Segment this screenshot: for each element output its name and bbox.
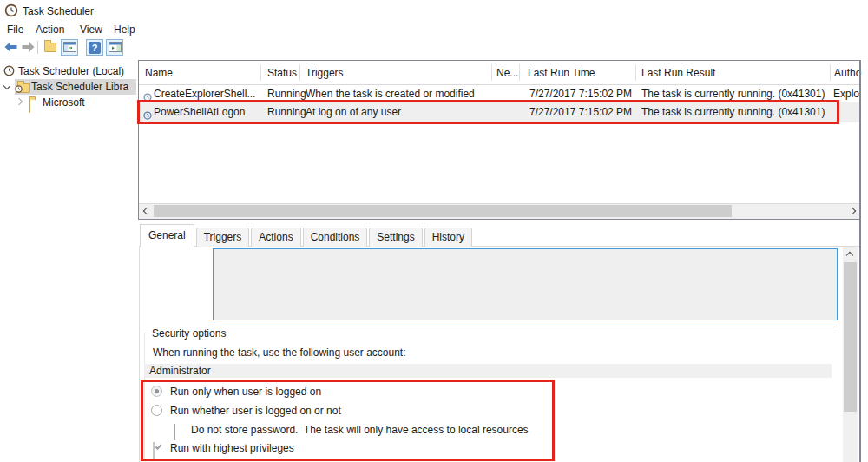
tree-item-label: Task Scheduler (Local) [18, 63, 124, 79]
forward-button[interactable] [19, 39, 36, 56]
tab-settings[interactable]: Settings [369, 228, 422, 247]
account-prompt-label: When running the task, use the following… [153, 346, 406, 360]
annotation-red-box-task-row [137, 100, 839, 124]
chevron-down-icon[interactable] [3, 82, 10, 89]
menu-view[interactable]: View [80, 23, 102, 36]
show-hide-action-pane-button[interactable] [106, 39, 123, 56]
app-clock-icon [4, 3, 18, 21]
folder-icon [29, 99, 30, 113]
action-pane-edge [865, 60, 865, 462]
tab-actions[interactable]: Actions [251, 228, 300, 247]
show-hide-console-tree-button[interactable] [61, 39, 78, 56]
annotation-red-box-security-options [141, 380, 555, 461]
tree-item-label: Microsoft [43, 95, 85, 110]
account-value: Administrator [149, 365, 211, 378]
column-divider [491, 64, 492, 81]
column-header-triggers[interactable]: Triggers [306, 63, 344, 82]
tab-general[interactable]: General [140, 224, 194, 248]
sidebar-item-task-scheduler-library[interactable]: Task Scheduler Libra [0, 79, 136, 95]
action-pane-window-icon [108, 40, 122, 56]
forward-arrow-icon [22, 40, 35, 56]
tree-item-label: Task Scheduler Libra [31, 79, 128, 95]
security-options-group-label: Security options [148, 327, 229, 340]
column-header-name[interactable]: Name [145, 63, 173, 82]
help-icon: ? [89, 42, 101, 54]
help-button[interactable]: ? [86, 39, 103, 56]
toolbar-separator [37, 41, 38, 54]
menu-action[interactable]: Action [36, 23, 64, 36]
back-button[interactable] [2, 39, 19, 56]
pane-right-border [859, 60, 861, 462]
column-divider [635, 64, 636, 81]
tab-conditions[interactable]: Conditions [303, 228, 368, 247]
window-title: Task Scheduler [23, 5, 94, 18]
column-divider [260, 64, 261, 81]
column-divider [519, 64, 520, 81]
column-header-last-run-result[interactable]: Last Run Result [641, 63, 715, 82]
sidebar-item-microsoft[interactable]: Microsoft [0, 95, 136, 110]
toolbar-separator [82, 41, 82, 54]
column-header-last-run-time[interactable]: Last Run Time [528, 63, 595, 82]
column-header-author[interactable]: Autho [834, 63, 861, 82]
toolbar [0, 37, 868, 56]
group-box-border [144, 333, 836, 333]
chevron-right-icon[interactable] [16, 98, 23, 105]
column-divider [830, 64, 831, 81]
horizontal-scrollbar-thumb[interactable] [154, 205, 732, 217]
column-header-next-run[interactable]: Ne... [496, 63, 518, 82]
menu-help[interactable]: Help [114, 23, 135, 36]
column-header-status[interactable]: Status [267, 63, 297, 82]
back-arrow-icon [4, 40, 17, 56]
vertical-scrollbar-thumb[interactable] [844, 262, 857, 412]
tab-history[interactable]: History [424, 228, 472, 247]
tab-triggers[interactable]: Triggers [196, 228, 250, 247]
column-divider [299, 64, 300, 81]
task-scheduler-window: Task Scheduler File Action View Help ? [0, 0, 868, 462]
folder-toolbar-button[interactable] [42, 39, 59, 56]
folder-icon [44, 43, 56, 52]
menu-file[interactable]: File [7, 23, 23, 36]
description-textarea[interactable] [213, 248, 838, 320]
tab-strip: General Triggers Actions Conditions Sett… [140, 227, 474, 247]
console-tree-window-icon [63, 40, 76, 56]
sidebar-item-task-scheduler-local[interactable]: Task Scheduler (Local) [0, 63, 136, 79]
account-field [144, 364, 832, 378]
